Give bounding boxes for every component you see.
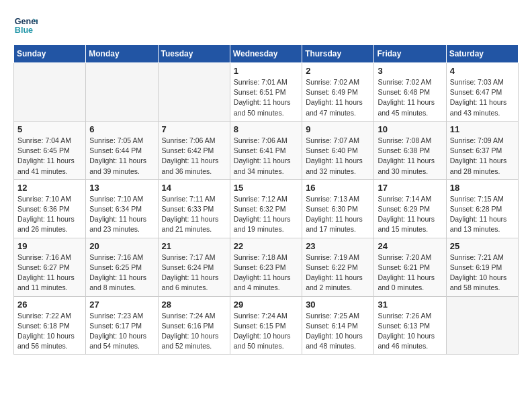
day-number: 24 xyxy=(378,241,442,251)
calendar-cell: 22Sunrise: 7:18 AM Sunset: 6:23 PM Dayli… xyxy=(230,238,302,296)
calendar-cell: 26Sunrise: 7:22 AM Sunset: 6:18 PM Dayli… xyxy=(14,296,86,355)
header-friday: Friday xyxy=(374,45,446,63)
day-info: Sunrise: 7:17 AM Sunset: 6:24 PM Dayligh… xyxy=(162,253,226,293)
day-info: Sunrise: 7:10 AM Sunset: 6:34 PM Dayligh… xyxy=(89,194,154,235)
calendar-cell: 8Sunrise: 7:06 AM Sunset: 6:41 PM Daylig… xyxy=(230,121,302,179)
calendar-cell: 24Sunrise: 7:20 AM Sunset: 6:21 PM Dayli… xyxy=(374,238,446,296)
day-info: Sunrise: 7:23 AM Sunset: 6:17 PM Dayligh… xyxy=(89,311,154,352)
day-number: 18 xyxy=(450,183,515,193)
calendar-table: SundayMondayTuesdayWednesdayThursdayFrid… xyxy=(13,44,519,355)
day-info: Sunrise: 7:24 AM Sunset: 6:16 PM Dayligh… xyxy=(162,311,226,352)
calendar-cell: 3Sunrise: 7:02 AM Sunset: 6:48 PM Daylig… xyxy=(374,63,446,122)
calendar-cell: 7Sunrise: 7:06 AM Sunset: 6:42 PM Daylig… xyxy=(158,121,230,179)
day-info: Sunrise: 7:10 AM Sunset: 6:36 PM Dayligh… xyxy=(17,194,82,235)
day-number: 31 xyxy=(378,300,442,310)
calendar-cell: 6Sunrise: 7:05 AM Sunset: 6:44 PM Daylig… xyxy=(86,121,158,179)
calendar-cell: 9Sunrise: 7:07 AM Sunset: 6:40 PM Daylig… xyxy=(302,121,374,179)
day-info: Sunrise: 7:16 AM Sunset: 6:25 PM Dayligh… xyxy=(89,253,154,293)
day-number: 16 xyxy=(306,183,370,193)
day-info: Sunrise: 7:07 AM Sunset: 6:40 PM Dayligh… xyxy=(306,136,370,177)
day-info: Sunrise: 7:03 AM Sunset: 6:47 PM Dayligh… xyxy=(450,77,515,118)
calendar-cell xyxy=(14,63,86,122)
header-saturday: Saturday xyxy=(446,45,518,63)
day-info: Sunrise: 7:05 AM Sunset: 6:44 PM Dayligh… xyxy=(89,136,154,177)
logo: General Blue xyxy=(13,13,38,38)
calendar-cell: 15Sunrise: 7:12 AM Sunset: 6:32 PM Dayli… xyxy=(230,179,302,238)
day-info: Sunrise: 7:02 AM Sunset: 6:48 PM Dayligh… xyxy=(378,77,442,118)
day-info: Sunrise: 7:06 AM Sunset: 6:42 PM Dayligh… xyxy=(162,136,226,177)
day-number: 2 xyxy=(306,66,370,76)
day-number: 8 xyxy=(234,124,298,134)
day-info: Sunrise: 7:06 AM Sunset: 6:41 PM Dayligh… xyxy=(234,136,298,177)
day-number: 26 xyxy=(17,300,82,310)
header-tuesday: Tuesday xyxy=(158,45,230,63)
day-number: 11 xyxy=(450,124,515,134)
day-info: Sunrise: 7:16 AM Sunset: 6:27 PM Dayligh… xyxy=(17,253,82,293)
logo-icon: General Blue xyxy=(13,13,38,38)
day-number: 14 xyxy=(162,183,226,193)
calendar-cell: 23Sunrise: 7:19 AM Sunset: 6:22 PM Dayli… xyxy=(302,238,374,296)
header-sunday: Sunday xyxy=(14,45,86,63)
day-number: 25 xyxy=(450,241,515,251)
calendar-cell: 18Sunrise: 7:15 AM Sunset: 6:28 PM Dayli… xyxy=(446,179,518,238)
day-number: 30 xyxy=(306,300,370,310)
calendar-cell: 13Sunrise: 7:10 AM Sunset: 6:34 PM Dayli… xyxy=(86,179,158,238)
day-number: 10 xyxy=(378,124,442,134)
day-info: Sunrise: 7:11 AM Sunset: 6:33 PM Dayligh… xyxy=(162,194,226,235)
day-info: Sunrise: 7:01 AM Sunset: 6:51 PM Dayligh… xyxy=(234,77,298,118)
day-info: Sunrise: 7:22 AM Sunset: 6:18 PM Dayligh… xyxy=(17,311,82,352)
day-number: 15 xyxy=(234,183,298,193)
day-info: Sunrise: 7:26 AM Sunset: 6:13 PM Dayligh… xyxy=(378,311,442,352)
calendar-cell: 28Sunrise: 7:24 AM Sunset: 6:16 PM Dayli… xyxy=(158,296,230,355)
day-number: 29 xyxy=(234,300,298,310)
week-row-3: 12Sunrise: 7:10 AM Sunset: 6:36 PM Dayli… xyxy=(14,179,519,238)
day-number: 21 xyxy=(162,241,226,251)
calendar-cell: 11Sunrise: 7:09 AM Sunset: 6:37 PM Dayli… xyxy=(446,121,518,179)
calendar-cell xyxy=(86,63,158,122)
day-number: 12 xyxy=(17,183,82,193)
day-number: 20 xyxy=(89,241,154,251)
day-number: 6 xyxy=(89,124,154,134)
calendar-cell: 10Sunrise: 7:08 AM Sunset: 6:38 PM Dayli… xyxy=(374,121,446,179)
header-monday: Monday xyxy=(86,45,158,63)
calendar-cell: 31Sunrise: 7:26 AM Sunset: 6:13 PM Dayli… xyxy=(374,296,446,355)
day-info: Sunrise: 7:08 AM Sunset: 6:38 PM Dayligh… xyxy=(378,136,442,177)
day-number: 1 xyxy=(234,66,298,76)
day-info: Sunrise: 7:04 AM Sunset: 6:45 PM Dayligh… xyxy=(17,136,82,177)
calendar-header-row: SundayMondayTuesdayWednesdayThursdayFrid… xyxy=(14,45,519,63)
day-number: 22 xyxy=(234,241,298,251)
week-row-2: 5Sunrise: 7:04 AM Sunset: 6:45 PM Daylig… xyxy=(14,121,519,179)
day-info: Sunrise: 7:13 AM Sunset: 6:30 PM Dayligh… xyxy=(306,194,370,235)
day-number: 9 xyxy=(306,124,370,134)
day-info: Sunrise: 7:21 AM Sunset: 6:19 PM Dayligh… xyxy=(450,253,515,293)
calendar-cell: 1Sunrise: 7:01 AM Sunset: 6:51 PM Daylig… xyxy=(230,63,302,122)
day-info: Sunrise: 7:19 AM Sunset: 6:22 PM Dayligh… xyxy=(306,253,370,293)
calendar-cell: 30Sunrise: 7:25 AM Sunset: 6:14 PM Dayli… xyxy=(302,296,374,355)
day-info: Sunrise: 7:02 AM Sunset: 6:49 PM Dayligh… xyxy=(306,77,370,118)
day-number: 4 xyxy=(450,66,515,76)
day-info: Sunrise: 7:25 AM Sunset: 6:14 PM Dayligh… xyxy=(306,311,370,352)
page-header: General Blue xyxy=(13,13,519,38)
day-info: Sunrise: 7:12 AM Sunset: 6:32 PM Dayligh… xyxy=(234,194,298,235)
calendar-cell xyxy=(446,296,518,355)
day-number: 19 xyxy=(17,241,82,251)
calendar-cell: 21Sunrise: 7:17 AM Sunset: 6:24 PM Dayli… xyxy=(158,238,230,296)
header-wednesday: Wednesday xyxy=(230,45,302,63)
day-number: 17 xyxy=(378,183,442,193)
day-number: 23 xyxy=(306,241,370,251)
day-info: Sunrise: 7:14 AM Sunset: 6:29 PM Dayligh… xyxy=(378,194,442,235)
calendar-cell: 2Sunrise: 7:02 AM Sunset: 6:49 PM Daylig… xyxy=(302,63,374,122)
calendar-cell: 27Sunrise: 7:23 AM Sunset: 6:17 PM Dayli… xyxy=(86,296,158,355)
day-number: 5 xyxy=(17,124,82,134)
day-info: Sunrise: 7:20 AM Sunset: 6:21 PM Dayligh… xyxy=(378,253,442,293)
day-info: Sunrise: 7:24 AM Sunset: 6:15 PM Dayligh… xyxy=(234,311,298,352)
calendar-cell: 29Sunrise: 7:24 AM Sunset: 6:15 PM Dayli… xyxy=(230,296,302,355)
day-number: 27 xyxy=(89,300,154,310)
calendar-cell: 5Sunrise: 7:04 AM Sunset: 6:45 PM Daylig… xyxy=(14,121,86,179)
day-number: 7 xyxy=(162,124,226,134)
day-info: Sunrise: 7:15 AM Sunset: 6:28 PM Dayligh… xyxy=(450,194,515,235)
calendar-cell: 19Sunrise: 7:16 AM Sunset: 6:27 PM Dayli… xyxy=(14,238,86,296)
week-row-4: 19Sunrise: 7:16 AM Sunset: 6:27 PM Dayli… xyxy=(14,238,519,296)
calendar-cell: 16Sunrise: 7:13 AM Sunset: 6:30 PM Dayli… xyxy=(302,179,374,238)
calendar-cell: 20Sunrise: 7:16 AM Sunset: 6:25 PM Dayli… xyxy=(86,238,158,296)
